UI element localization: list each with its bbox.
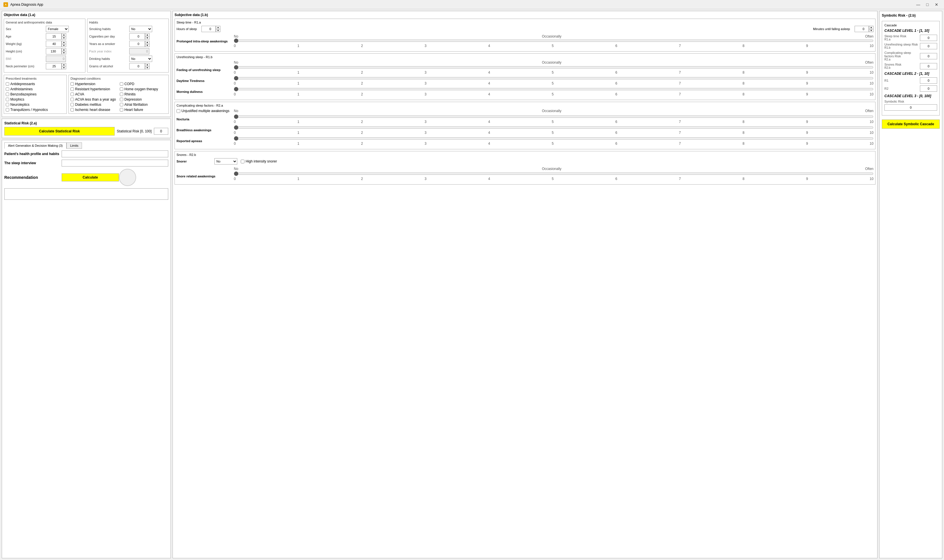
years-smoker-up[interactable]: ▲	[145, 41, 149, 44]
nocturia-slider[interactable]	[234, 115, 873, 118]
r1-input	[920, 77, 937, 84]
calculate-symbolic-cascade-button[interactable]: Calculate Symbolic Cascade	[882, 120, 940, 129]
neck-input[interactable]	[46, 63, 61, 69]
r1-label: R1	[884, 79, 889, 82]
benzodiazepines-check[interactable]	[6, 92, 9, 96]
acva-year-item[interactable]: ACVA less than a year ago	[71, 97, 117, 102]
sleep-interview-input[interactable]	[61, 160, 168, 166]
calculate-recommendation-button[interactable]: Calculate	[61, 173, 119, 182]
acva-year-check[interactable]	[71, 98, 74, 101]
height-up[interactable]: ▲	[61, 48, 66, 51]
heart-failure-check[interactable]	[120, 108, 123, 111]
morning-dullness-slider[interactable]	[234, 87, 873, 91]
atrial-check[interactable]	[120, 103, 123, 106]
snorer-select[interactable]: NoYes	[214, 158, 237, 165]
height-down[interactable]: ▼	[61, 51, 66, 54]
minutes-sleep-up[interactable]: ▲	[869, 26, 873, 29]
unjustified-label[interactable]: Unjustified multiple awakenings	[177, 109, 229, 113]
diabetes-item[interactable]: Diabetes mellitus	[71, 103, 117, 107]
rhinitis-item[interactable]: Rhinitis	[120, 92, 167, 96]
home-oxygen-item[interactable]: Home oxygen therapy	[120, 87, 167, 91]
benzodiazepines-item[interactable]: Benzodiazepines	[6, 92, 65, 96]
depression-check[interactable]	[120, 98, 123, 101]
copd-item[interactable]: COPD	[120, 82, 167, 86]
cascade-level-3-title: CASCADE LEVEL 3 - [0, 100]	[884, 94, 937, 98]
minimize-button[interactable]: —	[914, 2, 922, 8]
weight-down[interactable]: ▼	[61, 44, 66, 47]
alcohol-input[interactable]	[129, 63, 145, 69]
tranquilizers-check[interactable]	[6, 108, 9, 111]
rhinitis-check[interactable]	[120, 92, 123, 96]
years-smoker-down[interactable]: ▼	[145, 44, 149, 47]
sleep-interview-row: The sleep interview	[4, 160, 168, 166]
reported-apneas-nums: 012345678910	[234, 142, 873, 146]
snore-awakenings-slider[interactable]	[234, 172, 873, 176]
ischemic-check[interactable]	[71, 108, 74, 111]
tab-limits[interactable]: Limits	[66, 142, 82, 149]
tranquilizers-item[interactable]: Tranquilizers / Hypnotics	[6, 108, 65, 112]
copd-check[interactable]	[120, 82, 123, 86]
sex-select[interactable]: FemaleMale	[46, 26, 69, 32]
high-snorer-check[interactable]	[241, 160, 244, 163]
morphics-item[interactable]: Morphics	[6, 97, 65, 102]
profile-input[interactable]	[61, 151, 168, 157]
recommendation-row: Recommendation Calculate	[4, 169, 168, 186]
feeling-unrefreshing-slider[interactable]	[234, 65, 873, 69]
neuroleptics-check[interactable]	[6, 103, 9, 106]
years-smoker-input[interactable]	[129, 41, 145, 47]
depression-item[interactable]: Depression	[120, 97, 167, 102]
antihistamines-check[interactable]	[6, 88, 9, 91]
diabetes-check[interactable]	[71, 103, 74, 106]
minutes-sleep-input[interactable]	[855, 26, 869, 32]
statistical-risk-label: Statistical Risk [0, 100]	[117, 129, 152, 133]
profile-label: Patient's health profile and habits	[4, 152, 61, 156]
antidepressants-check[interactable]	[6, 82, 9, 86]
hours-sleep-up[interactable]: ▲	[216, 26, 220, 29]
age-up[interactable]: ▲	[61, 33, 66, 36]
breathless-slider[interactable]	[234, 126, 873, 129]
antidepressants-item[interactable]: Antidepressants	[6, 82, 65, 86]
unrefreshing-header-row: No Occasionally Often	[177, 60, 873, 65]
reported-apneas-slider[interactable]	[234, 137, 873, 140]
resistant-hypertension-item[interactable]: Resistant hypertension	[71, 87, 117, 91]
hours-sleep-down[interactable]: ▼	[216, 29, 220, 32]
home-oxygen-check[interactable]	[120, 88, 123, 91]
high-snorer-item[interactable]: High intensity snorer	[241, 159, 277, 163]
drinking-select[interactable]: NoYes	[129, 55, 152, 62]
height-input[interactable]	[46, 48, 61, 54]
morning-dullness-nums: 012345678910	[234, 92, 873, 96]
cigarettes-up[interactable]: ▲	[145, 33, 149, 36]
cigarettes-input[interactable]	[129, 33, 145, 40]
cigarettes-down[interactable]: ▼	[145, 36, 149, 40]
ischemic-item[interactable]: Ischemic heart disease	[71, 108, 117, 112]
morphics-check[interactable]	[6, 98, 9, 101]
tab-alert-generation[interactable]: Alert Generation & Decision Making (3)	[4, 142, 66, 149]
awakenings-slider[interactable]	[234, 39, 873, 43]
alcohol-down[interactable]: ▼	[145, 66, 149, 69]
calculate-statistical-risk-button[interactable]: Calculate Statistical Risk	[4, 127, 115, 135]
weight-up[interactable]: ▲	[61, 41, 66, 44]
hypertension-item[interactable]: Hypertension	[71, 82, 117, 86]
heart-failure-item[interactable]: Heart failure	[120, 108, 167, 112]
resistant-hypertension-check[interactable]	[71, 88, 74, 91]
alcohol-up[interactable]: ▲	[145, 63, 149, 66]
hours-sleep-input[interactable]	[201, 26, 216, 32]
atrial-item[interactable]: Atrial fibrillation	[120, 103, 167, 107]
neck-down[interactable]: ▼	[61, 66, 66, 69]
minutes-sleep-down[interactable]: ▼	[869, 29, 873, 32]
smoking-select[interactable]: NoYes	[129, 26, 152, 32]
daytime-tiredness-slider[interactable]	[234, 76, 873, 80]
antihistamines-item[interactable]: Antihistamines	[6, 87, 65, 91]
neuroleptics-item[interactable]: Neuroleptics	[6, 103, 65, 107]
age-down[interactable]: ▼	[61, 36, 66, 40]
unrefreshing-risk-label: Unrefreshing sleep Risk	[884, 43, 918, 46]
weight-input[interactable]	[46, 41, 61, 47]
maximize-button[interactable]: □	[923, 2, 932, 8]
acva-check[interactable]	[71, 92, 74, 96]
acva-item[interactable]: ACVA	[71, 92, 117, 96]
unjustified-check[interactable]	[177, 109, 180, 113]
hypertension-check[interactable]	[71, 82, 74, 86]
close-button[interactable]: ✕	[933, 2, 941, 8]
age-input[interactable]	[46, 33, 61, 40]
neck-up[interactable]: ▲	[61, 63, 66, 66]
